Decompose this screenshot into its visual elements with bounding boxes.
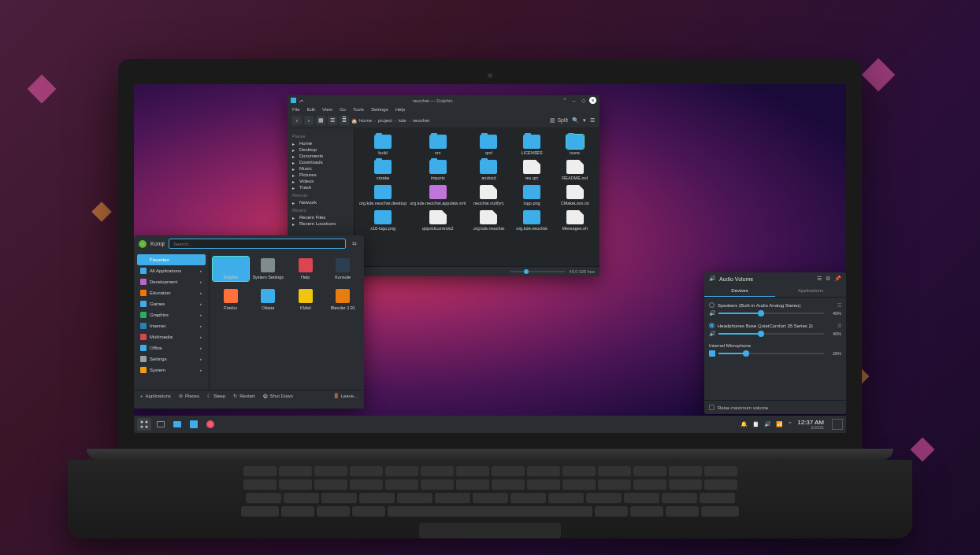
menu-file[interactable]: File xyxy=(292,107,300,112)
footer-places[interactable]: ⊘Places xyxy=(179,393,199,398)
app-kmail[interactable]: KMail xyxy=(288,287,324,312)
category-system[interactable]: System▸ xyxy=(137,364,206,376)
task-manager-button[interactable] xyxy=(154,418,168,431)
footer-leave---[interactable]: 🚪Leave... xyxy=(333,393,358,398)
category-graphics[interactable]: Graphics▸ xyxy=(137,309,206,320)
filter-icon[interactable]: ▾ xyxy=(583,117,586,124)
file-item[interactable]: imports xyxy=(408,158,467,182)
file-item[interactable]: android xyxy=(467,158,510,182)
forward-button[interactable]: › xyxy=(304,116,314,125)
pin-icon[interactable] xyxy=(299,98,304,103)
category-games[interactable]: Games▸ xyxy=(137,298,206,309)
file-item[interactable]: org.kde.neochat xyxy=(510,209,554,232)
category-development[interactable]: Development▸ xyxy=(137,276,206,287)
app-dolphin[interactable]: Dolphin xyxy=(213,257,249,281)
pin-icon[interactable]: 📌 xyxy=(834,276,841,282)
menu-go[interactable]: Go xyxy=(340,107,346,112)
place-downloads[interactable]: ▸Downloads xyxy=(292,159,349,165)
file-item[interactable]: cmake xyxy=(358,158,408,182)
zoom-slider[interactable] xyxy=(510,271,565,272)
app-konsole[interactable]: Konsole xyxy=(325,257,362,281)
tray-notifications-icon[interactable]: 🔔 xyxy=(741,421,748,427)
file-item[interactable]: LICENSES xyxy=(510,133,554,157)
titlebar[interactable]: neochat — Dolphin ⌃ – ◇ × xyxy=(288,95,600,105)
menu-settings[interactable]: Settings xyxy=(371,107,388,112)
tray-network-icon[interactable]: 📶 xyxy=(776,421,783,427)
search-icon[interactable]: 🔍 xyxy=(572,117,579,124)
menu-edit[interactable]: Edit xyxy=(307,107,315,112)
tab-applications[interactable]: Applications xyxy=(775,285,846,297)
mic-mute-icon[interactable] xyxy=(709,350,715,357)
app-help[interactable]: Help xyxy=(288,257,324,281)
raise-max-checkbox[interactable] xyxy=(709,405,715,410)
file-item[interactable]: res.qrc xyxy=(510,158,554,182)
tray-clipboard-icon[interactable]: 📋 xyxy=(752,421,759,427)
tray-chevron-icon[interactable]: ⌃ xyxy=(788,421,793,427)
footer-sleep[interactable]: ☾Sleep xyxy=(207,393,225,398)
file-item[interactable]: src xyxy=(408,133,467,157)
place-music[interactable]: ▸Music xyxy=(292,165,349,172)
app-system-settings[interactable]: System Settings xyxy=(251,257,287,281)
keep-above-icon[interactable]: ⌃ xyxy=(561,97,568,104)
category-internet[interactable]: Internet▸ xyxy=(137,320,206,331)
crumb-project[interactable]: project xyxy=(378,118,392,123)
file-item[interactable]: neochat.notifyrc xyxy=(467,183,510,207)
mute-icon[interactable]: 🔊 xyxy=(709,310,715,316)
dolphin-task[interactable] xyxy=(170,418,184,431)
mute-icon[interactable]: 🔊 xyxy=(709,331,715,337)
search-input[interactable] xyxy=(169,239,346,249)
file-item[interactable]: x16-logo.png xyxy=(358,209,408,232)
configure-icon[interactable]: ⚙ xyxy=(826,276,830,282)
file-item[interactable]: icons xyxy=(553,133,596,157)
crumb-neochat[interactable]: neochat xyxy=(413,118,429,123)
volume-slider[interactable] xyxy=(718,333,824,335)
place-trash[interactable]: ▸Trash xyxy=(292,184,349,191)
file-item[interactable]: logo.png xyxy=(510,183,554,207)
device-radio[interactable] xyxy=(709,302,715,308)
compact-view-button[interactable]: ☰ xyxy=(328,116,337,125)
footer-shut-down[interactable]: ⏻Shut Down xyxy=(263,394,293,398)
place-desktop[interactable]: ▸Desktop xyxy=(292,146,349,153)
app-okteta[interactable]: Okteta xyxy=(251,287,287,312)
show-desktop[interactable] xyxy=(832,419,843,430)
user-avatar[interactable] xyxy=(139,240,147,248)
category-office[interactable]: Office▸ xyxy=(137,342,206,353)
menu-help[interactable]: Help xyxy=(395,107,405,112)
file-item[interactable]: org.kde.neochat.appdata.xml xyxy=(408,183,467,207)
close-button[interactable]: × xyxy=(589,97,596,104)
device-menu-icon[interactable]: ☰ xyxy=(837,302,841,308)
category-multimedia[interactable]: Multimedia▸ xyxy=(137,331,206,342)
place-videos[interactable]: ▸Videos xyxy=(292,178,349,184)
tray-volume-icon[interactable]: 🔊 xyxy=(764,421,771,427)
file-grid[interactable]: buildsrcqmlLICENSESiconscmakeimportsandr… xyxy=(354,128,600,274)
hamburger-icon[interactable]: ☰ xyxy=(590,117,595,124)
file-item[interactable]: org.kde.neochat.desktop xyxy=(358,183,408,207)
device-radio[interactable] xyxy=(709,323,715,328)
config-icon[interactable]: ⇆ xyxy=(350,241,359,247)
footer-restart[interactable]: ↻Restart xyxy=(233,393,254,398)
file-item[interactable]: build xyxy=(358,133,408,157)
maximize-button[interactable]: ◇ xyxy=(580,97,587,104)
place-network[interactable]: ▸Network xyxy=(292,199,349,205)
details-view-button[interactable]: ≣ xyxy=(340,116,349,125)
mic-slider[interactable] xyxy=(718,353,824,354)
file-item[interactable]: qml xyxy=(467,133,510,157)
app-firefox[interactable]: Firefox xyxy=(213,287,249,312)
category-education[interactable]: Education▸ xyxy=(137,287,206,298)
icons-view-button[interactable]: ▦ xyxy=(316,116,325,125)
category-all-applications[interactable]: All Applications▸ xyxy=(137,265,206,276)
back-button[interactable]: ‹ xyxy=(292,116,302,125)
place-recent files[interactable]: ▸Recent Files xyxy=(292,214,349,220)
place-recent locations[interactable]: ▸Recent Locations xyxy=(292,220,349,227)
discover-task[interactable] xyxy=(187,418,201,431)
device-menu-icon[interactable]: ☰ xyxy=(837,323,841,328)
minimize-button[interactable]: – xyxy=(570,97,577,104)
menu-tools[interactable]: Tools xyxy=(353,107,364,112)
menu-view[interactable]: View xyxy=(322,107,332,112)
category-favorites[interactable]: Favorites▸ xyxy=(137,254,206,265)
app-blender-2-91[interactable]: Blender 2.91 xyxy=(325,287,362,312)
hamburger-icon[interactable]: ☰ xyxy=(817,276,822,282)
split-button[interactable]: ▥ Split xyxy=(550,117,568,124)
firefox-task[interactable] xyxy=(203,418,217,431)
crumb-Home[interactable]: Home xyxy=(359,118,372,123)
